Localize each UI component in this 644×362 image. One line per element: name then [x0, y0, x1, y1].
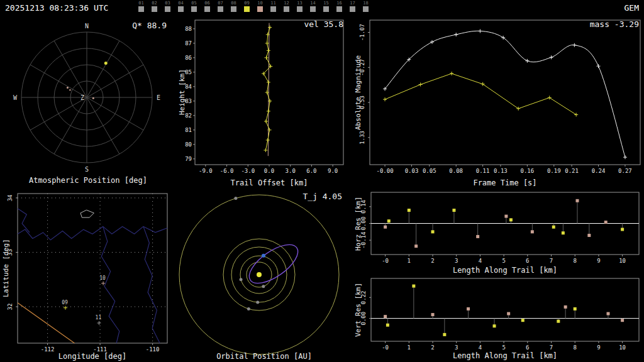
svg-text:3: 3 — [455, 344, 458, 351]
atmospheric-position-plot: NSEWZ — [0, 15, 176, 189]
q-readout: Q* 88.9 — [132, 21, 167, 30]
frame-indicator[interactable]: 04 — [174, 1, 187, 12]
frame-indicator[interactable]: 07 — [214, 1, 227, 12]
svg-text:4: 4 — [479, 258, 482, 264]
svg-text:-3.0: -3.0 — [241, 168, 255, 174]
svg-text:0.16: 0.16 — [521, 168, 535, 174]
frame-indicator[interactable]: 17 — [346, 1, 359, 12]
frame-box[interactable] — [284, 6, 289, 12]
frame-box[interactable] — [204, 6, 210, 12]
shower-code-label: GEM — [625, 3, 639, 13]
frame-box[interactable] — [297, 6, 303, 12]
tisserand-readout: T_j 4.05 — [303, 192, 342, 201]
mass-readout: mass -3.29 — [590, 19, 639, 29]
frame-box[interactable] — [363, 6, 369, 12]
frame-indicator[interactable]: 18 — [359, 1, 372, 12]
svg-text:10: 10 — [619, 258, 626, 264]
svg-text:7: 7 — [550, 258, 553, 264]
horizontal-residuals-plot: -012345678910-0.140.000.14 — [352, 189, 644, 275]
vertical-residuals-plot: -0123456789100.000.22 — [352, 275, 644, 362]
svg-text:10: 10 — [619, 344, 626, 351]
svg-text:9: 9 — [597, 258, 600, 264]
frame-number: 14 — [310, 1, 315, 6]
frame-indicator[interactable]: 14 — [306, 1, 319, 12]
frame-indicator[interactable]: 10 — [253, 1, 267, 12]
frame-indicator[interactable]: 15 — [319, 1, 333, 12]
svg-text:0.24: 0.24 — [592, 168, 606, 174]
svg-text:6: 6 — [526, 344, 529, 351]
trail-ylabel: Height [km] — [178, 20, 186, 165]
svg-text:-9.0: -9.0 — [199, 168, 213, 174]
frame-number: 18 — [363, 1, 368, 6]
panel-trail-offset: -9.0-6.0-3.00.03.06.09.07980818283848586… — [176, 15, 352, 189]
frame-indicator[interactable]: 01 — [135, 1, 148, 12]
frame-box[interactable] — [310, 6, 316, 12]
svg-text:9: 9 — [597, 344, 600, 351]
svg-text:4: 4 — [479, 344, 482, 351]
ground-map-plot: -112-111-110323334091011 — [0, 189, 176, 362]
vert-res-ylabel: Vert Res [km] — [354, 278, 362, 341]
frame-indicator[interactable]: 05 — [187, 1, 201, 12]
trail-xlabel: Trail Offset [km] — [195, 178, 343, 187]
frame-number: 08 — [231, 1, 236, 6]
frame-box[interactable] — [138, 6, 144, 12]
frame-number: 17 — [350, 1, 355, 6]
frame-box[interactable] — [191, 6, 197, 12]
svg-text:11: 11 — [96, 315, 102, 321]
frame-indicator[interactable]: 11 — [267, 1, 280, 12]
frame-box[interactable] — [270, 6, 276, 12]
svg-text:0.05: 0.05 — [423, 168, 436, 174]
frame-number: 02 — [152, 1, 157, 6]
frame-indicator[interactable]: 06 — [201, 1, 214, 12]
svg-text:8: 8 — [574, 344, 577, 351]
frame-box[interactable] — [350, 6, 355, 12]
frame-indicator[interactable]: 16 — [333, 1, 346, 12]
frame-box[interactable] — [218, 6, 223, 12]
orbit-plot — [176, 189, 352, 362]
frame-box[interactable] — [178, 6, 184, 12]
frame-indicator[interactable]: 09 — [240, 1, 253, 12]
frame-number: 05 — [191, 1, 196, 6]
svg-text:0.11: 0.11 — [476, 168, 490, 174]
frame-number: 04 — [178, 1, 183, 6]
horz-res-xlabel: Length Along Trail [km] — [371, 266, 639, 275]
frame-box[interactable] — [165, 6, 170, 12]
frame-box[interactable] — [231, 6, 236, 12]
svg-text:5: 5 — [502, 258, 505, 264]
frame-indicator[interactable]: 02 — [148, 1, 161, 12]
frame-number: 03 — [165, 1, 170, 6]
svg-text:09: 09 — [62, 300, 68, 305]
frame-number: 12 — [284, 1, 289, 6]
panel-atmospheric-position: NSEWZ Q* 88.9 Atmospheric Position [deg] — [0, 15, 176, 189]
frame-number: 15 — [323, 1, 328, 6]
panel-orbit: T_j 4.05 Orbital Position [AU] — [176, 189, 352, 362]
svg-text:1: 1 — [408, 258, 411, 264]
svg-text:2: 2 — [431, 258, 434, 264]
timestamp-label: 20251213 08:23:36 UTC — [5, 3, 108, 13]
svg-text:0.03: 0.03 — [405, 168, 419, 174]
svg-text:7: 7 — [550, 344, 553, 351]
frame-box[interactable] — [336, 6, 342, 12]
orbit-xlabel: Orbital Position [AU] — [176, 352, 352, 361]
frame-number: 01 — [138, 1, 143, 6]
svg-text:-6.0: -6.0 — [220, 168, 234, 174]
frame-indicator[interactable]: 08 — [227, 1, 240, 12]
svg-text:-0.00: -0.00 — [376, 168, 393, 174]
frame-number: 13 — [297, 1, 302, 6]
frame-box[interactable] — [244, 6, 250, 12]
frame-indicator[interactable]: 03 — [161, 1, 174, 12]
frame-number: 16 — [336, 1, 341, 6]
svg-text:9.0: 9.0 — [328, 168, 338, 174]
frame-box[interactable] — [152, 6, 157, 12]
svg-text:1: 1 — [408, 344, 411, 351]
panel-ground-map: -112-111-110323334091011 Latitude [deg] … — [0, 189, 176, 362]
frame-indicator[interactable]: 12 — [280, 1, 293, 12]
frame-box[interactable] — [323, 6, 329, 12]
svg-text:W: W — [13, 94, 18, 101]
frame-number: 06 — [204, 1, 209, 6]
svg-text:0.27: 0.27 — [618, 168, 632, 174]
svg-text:Z: Z — [80, 94, 84, 101]
frame-box[interactable] — [257, 6, 263, 12]
frame-indicator[interactable]: 13 — [293, 1, 306, 12]
panel-horizontal-residuals: -012345678910-0.140.000.14 Horz Res [km]… — [352, 189, 644, 275]
